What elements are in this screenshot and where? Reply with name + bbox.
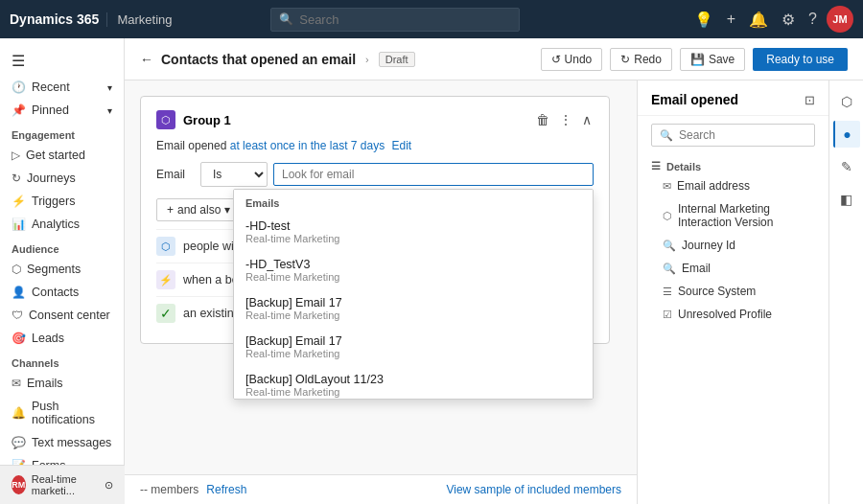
undo-label: Undo: [565, 53, 593, 66]
edge-icon-4[interactable]: ◧: [833, 186, 860, 213]
redo-button[interactable]: ↻ Redo: [610, 48, 672, 71]
right-edge-panel: ⬡ ● ✎ ◧: [828, 80, 863, 504]
redo-icon: ↻: [620, 53, 630, 66]
sidebar-item-analytics[interactable]: 📊 Analytics: [0, 213, 124, 236]
delete-button[interactable]: 🗑: [534, 110, 551, 129]
panel-item-interaction-version[interactable]: ⬡ Internal Marketing Interaction Version: [638, 197, 828, 234]
sidebar-footer-item[interactable]: RM Real-time marketi... ⊙: [0, 465, 125, 504]
list-item[interactable]: [Backup] Email 17 Real-time Marketing: [234, 328, 593, 366]
analytics-label: Analytics: [32, 218, 80, 231]
condition-edit-link[interactable]: Edit: [392, 139, 412, 152]
redo-label: Redo: [634, 53, 662, 66]
sidebar: ☰ 🕐 Recent ▾ 📌 Pinned ▾ Engagement ▷ Get…: [0, 38, 125, 504]
push-label: Push notifications: [32, 400, 112, 426]
settings-icon[interactable]: ⚙: [778, 7, 799, 33]
help-icon[interactable]: ?: [805, 7, 821, 32]
view-sample-link[interactable]: View sample of included members: [446, 483, 621, 496]
refresh-button[interactable]: Refresh: [206, 483, 246, 496]
toolbar: ← Contacts that opened an email › Draft …: [125, 38, 863, 80]
filter-operator-select[interactable]: Is: [200, 162, 268, 187]
avatar[interactable]: JM: [827, 6, 853, 33]
sidebar-item-text[interactable]: 💬 Text messages: [0, 431, 124, 454]
edge-icon-3[interactable]: ✎: [833, 153, 860, 180]
more-options-button[interactable]: ⋮: [557, 110, 574, 129]
group-icon: ⬡: [156, 110, 175, 129]
hamburger-menu[interactable]: ☰: [0, 46, 124, 76]
panel-item-journey-id[interactable]: 🔍 Journey Id: [638, 234, 828, 257]
consent-icon: 🛡: [12, 309, 23, 322]
right-panel-title: Email opened: [651, 92, 738, 107]
panel-item-email-address[interactable]: ✉ Email address: [638, 174, 828, 197]
list-item[interactable]: [Backup] Email 17 Real-time Marketing: [234, 289, 593, 328]
engagement-section: Engagement: [0, 122, 124, 144]
sidebar-item-leads[interactable]: 🎯 Leads: [0, 327, 124, 350]
filter-value-input[interactable]: [273, 163, 594, 186]
source-system-label: Source System: [678, 285, 756, 298]
interaction-icon: ⬡: [663, 210, 672, 222]
edge-icon-1[interactable]: ⬡: [833, 88, 860, 115]
search-icon: 🔍: [279, 12, 293, 26]
list-item[interactable]: -HD_TestV3 Real-time Marketing: [234, 251, 593, 289]
ready-button[interactable]: Ready to use: [753, 48, 848, 71]
and-also-icon: +: [167, 203, 174, 217]
right-panel-search[interactable]: 🔍: [651, 124, 815, 147]
sidebar-item-recent[interactable]: 🕐 Recent ▾: [0, 76, 124, 99]
canvas-footer: -- members Refresh View sample of includ…: [125, 474, 637, 504]
sidebar-item-push[interactable]: 🔔 Push notifications: [0, 395, 124, 431]
panel-item-unresolved-profile[interactable]: ☑ Unresolved Profile: [638, 303, 828, 326]
channels-section: Channels: [0, 350, 124, 372]
save-button[interactable]: 💾 Save: [680, 48, 745, 71]
canvas-area: ⬡ Group 1 🗑 ⋮ ∧ Email opened at least on…: [125, 80, 637, 504]
panel-search-icon: 🔍: [660, 129, 673, 142]
collapse-button[interactable]: ∧: [580, 110, 594, 129]
get-started-icon: ▷: [12, 149, 20, 162]
sidebar-item-get-started[interactable]: ▷ Get started: [0, 144, 124, 167]
chevron-pinned: ▾: [107, 105, 112, 116]
segment-icon: ✓: [156, 304, 175, 323]
list-item[interactable]: -HD-test Real-time Marketing: [234, 213, 593, 251]
sidebar-item-emails[interactable]: ✉ Emails: [0, 372, 124, 395]
sidebar-item-contacts[interactable]: 👤 Contacts: [0, 281, 124, 304]
panel-item-source-system[interactable]: ☰ Source System: [638, 280, 828, 303]
sidebar-item-pinned[interactable]: 📌 Pinned ▾: [0, 99, 124, 122]
plus-icon[interactable]: +: [723, 7, 739, 32]
content-area: ← Contacts that opened an email › Draft …: [125, 38, 863, 504]
source-system-icon: ☰: [663, 286, 672, 298]
email-address-label: Email address: [677, 179, 750, 193]
sidebar-item-segments[interactable]: ⬡ Segments: [0, 258, 124, 281]
sidebar-item-consent[interactable]: 🛡 Consent center: [0, 304, 124, 327]
undo-button[interactable]: ↺ Undo: [541, 48, 603, 71]
unresolved-profile-icon: ☑: [663, 309, 672, 321]
panel-expand-icon[interactable]: ⊡: [805, 93, 815, 107]
details-section[interactable]: ☰ Details: [638, 154, 828, 174]
footer-label: Real-time marketi...: [32, 473, 99, 496]
leads-icon: 🎯: [12, 332, 26, 345]
sidebar-item-journeys[interactable]: ↻ Journeys: [0, 167, 124, 190]
save-label: Save: [709, 53, 735, 66]
and-also-button[interactable]: + and also ▾: [156, 198, 241, 221]
global-search[interactable]: 🔍: [270, 8, 520, 32]
breadcrumb-separator: ›: [365, 54, 369, 65]
and-also-chevron: ▾: [224, 203, 230, 217]
details-section-icon: ☰: [651, 160, 661, 172]
emails-label: Emails: [27, 377, 63, 390]
triggers-label: Triggers: [32, 195, 75, 208]
chevron-recent: ▾: [107, 82, 112, 93]
search-input[interactable]: [299, 12, 511, 27]
push-icon: 🔔: [12, 406, 26, 420]
journey-id-icon: 🔍: [663, 240, 676, 252]
consent-label: Consent center: [29, 309, 110, 322]
panel-item-email[interactable]: 🔍 Email: [638, 257, 828, 280]
back-button[interactable]: ←: [140, 52, 153, 67]
lightbulb-icon[interactable]: 💡: [690, 7, 717, 33]
page-title: Contacts that opened an email: [161, 52, 356, 67]
sidebar-item-triggers[interactable]: ⚡ Triggers: [0, 190, 124, 213]
get-started-label: Get started: [26, 149, 85, 162]
pin-icon: 📌: [12, 103, 26, 117]
edge-icon-2[interactable]: ●: [833, 121, 860, 148]
bell-icon[interactable]: 🔔: [745, 7, 772, 33]
list-item[interactable]: [Backup] OldLayout 11/23 Real-time Marke…: [234, 366, 593, 400]
journeys-label: Journeys: [27, 172, 76, 185]
panel-search-input[interactable]: [679, 128, 806, 142]
chevron-footer: ⊙: [105, 479, 113, 492]
